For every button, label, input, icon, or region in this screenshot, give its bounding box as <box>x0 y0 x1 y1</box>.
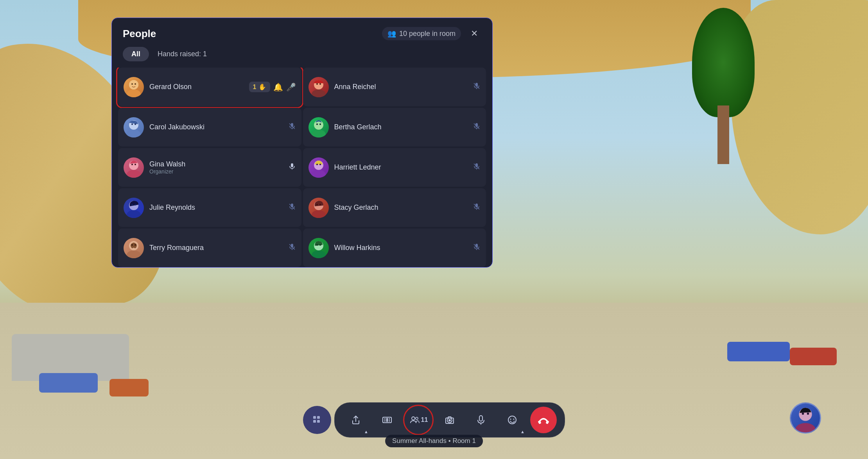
mic-muted-bertha <box>473 122 481 132</box>
person-name-julie: Julie Reynolds <box>149 204 283 212</box>
svg-point-48 <box>316 204 318 205</box>
svg-point-49 <box>319 204 321 205</box>
svg-point-41 <box>131 204 133 205</box>
people-count-badge: 👥 10 people in room <box>382 27 461 40</box>
filter-hands-button[interactable]: Hands raised: 1 <box>154 47 211 61</box>
svg-point-8 <box>319 83 321 85</box>
person-name-harriett: Harriett Ledner <box>334 163 468 171</box>
filter-all-button[interactable]: All <box>123 47 149 61</box>
avatar-terry <box>124 238 144 258</box>
close-button[interactable]: ✕ <box>467 27 481 41</box>
svg-point-61 <box>312 250 326 258</box>
person-info-terry: Terry Romaguera <box>149 244 283 252</box>
toolbar-pill: ▲ 11 <box>334 402 565 438</box>
panel-title: People <box>123 28 156 40</box>
mic-muted-carol <box>288 122 296 132</box>
svg-point-27 <box>127 170 141 178</box>
person-row-stacy[interactable]: Stacy Gerlach <box>303 188 486 227</box>
svg-rect-67 <box>313 416 316 419</box>
people-count-icon: 👥 <box>387 29 396 38</box>
mic-muted-harriett <box>473 163 481 172</box>
avatar-bertha <box>308 117 329 138</box>
people-button[interactable]: 11 <box>405 407 432 433</box>
view-button[interactable] <box>374 407 400 433</box>
svg-rect-87 <box>538 420 542 424</box>
avatar-anna <box>308 77 329 97</box>
person-info-gina: Gina Walsh Organizer <box>149 160 283 175</box>
user-avatar-button[interactable] <box>790 402 821 434</box>
person-info-willow: Willow Harkins <box>334 244 468 252</box>
svg-rect-76 <box>386 418 388 422</box>
person-row-anna[interactable]: Anna Reichel <box>303 68 486 106</box>
mic-button[interactable] <box>468 407 494 433</box>
end-call-button[interactable] <box>530 407 557 433</box>
svg-point-4 <box>135 83 136 85</box>
mic-muted-anna <box>473 82 481 92</box>
person-actions-julie <box>288 203 296 213</box>
bg-right-cushion-red <box>790 348 837 365</box>
person-actions-willow <box>473 243 481 253</box>
share-button[interactable]: ▲ <box>343 407 369 433</box>
person-name-terry: Terry Romaguera <box>149 244 283 252</box>
svg-point-55 <box>131 244 133 246</box>
person-info-harriett: Harriett Ledner <box>334 163 468 171</box>
avatar-willow <box>308 238 329 258</box>
svg-rect-75 <box>389 420 390 421</box>
grid-button[interactable] <box>303 406 331 434</box>
room-label: Summer All-hands • Room 1 <box>385 435 483 447</box>
person-actions-terry <box>288 243 296 253</box>
svg-point-42 <box>135 204 136 205</box>
svg-point-56 <box>135 244 136 246</box>
svg-point-35 <box>319 164 321 165</box>
person-row-willow[interactable]: Willow Harkins <box>303 229 486 267</box>
avatar-julie <box>124 198 144 218</box>
hand-count: 1 <box>253 84 256 91</box>
person-actions-anna <box>473 82 481 92</box>
person-row-carol[interactable]: Carol Jakubowski <box>118 108 301 146</box>
bell-icon: 🔔 <box>273 82 283 92</box>
svg-point-15 <box>135 123 136 125</box>
svg-rect-73 <box>384 420 386 421</box>
svg-point-62 <box>316 244 318 246</box>
svg-point-86 <box>513 419 515 420</box>
person-row-harriett[interactable]: Harriett Ledner <box>303 148 486 187</box>
person-name-carol: Carol Jakubowski <box>149 123 283 131</box>
person-row-julie[interactable]: Julie Reynolds <box>118 188 301 227</box>
svg-point-3 <box>131 83 133 85</box>
person-actions-bertha <box>473 122 481 132</box>
person-row-gerard[interactable]: Gerard Olson 1 ✋ 🔔 🎤 <box>118 68 301 106</box>
svg-rect-68 <box>317 416 320 419</box>
person-row-bertha[interactable]: Bertha Gerlach <box>303 108 486 146</box>
filter-row: All Hands raised: 1 <box>112 47 492 68</box>
person-role-gina: Organizer <box>149 168 283 175</box>
hand-raised-badge: 1 ✋ <box>249 82 270 92</box>
avatar-harriett <box>308 157 329 178</box>
emoji-button[interactable]: ▲ <box>499 407 525 433</box>
svg-rect-30 <box>291 163 293 167</box>
svg-point-33 <box>312 170 326 178</box>
svg-point-78 <box>416 417 418 420</box>
svg-rect-88 <box>545 420 549 424</box>
bg-tree <box>688 8 759 164</box>
mic-muted-stacy <box>473 203 481 213</box>
avatar-gina <box>124 157 144 178</box>
hand-emoji-icon: ✋ <box>258 83 266 91</box>
svg-point-92 <box>807 413 809 415</box>
person-name-gerard: Gerard Olson <box>149 83 244 91</box>
svg-point-21 <box>316 123 318 125</box>
person-row-gina[interactable]: Gina Walsh Organizer <box>118 148 301 187</box>
svg-point-7 <box>316 83 318 85</box>
svg-point-85 <box>510 419 511 420</box>
person-info-anna: Anna Reichel <box>334 83 468 91</box>
mic-icon-gina <box>288 163 296 172</box>
person-info-julie: Julie Reynolds <box>149 204 283 212</box>
svg-rect-70 <box>317 420 320 423</box>
person-row-terry[interactable]: Terry Romaguera <box>118 229 301 267</box>
camera-button[interactable] <box>436 407 463 433</box>
person-actions-harriett <box>473 163 481 172</box>
person-name-bertha: Bertha Gerlach <box>334 123 468 131</box>
people-grid: Gerard Olson 1 ✋ 🔔 🎤 <box>112 68 492 267</box>
person-info-carol: Carol Jakubowski <box>149 123 283 131</box>
avatar-stacy <box>308 198 329 218</box>
people-count-toolbar: 11 <box>421 416 428 423</box>
